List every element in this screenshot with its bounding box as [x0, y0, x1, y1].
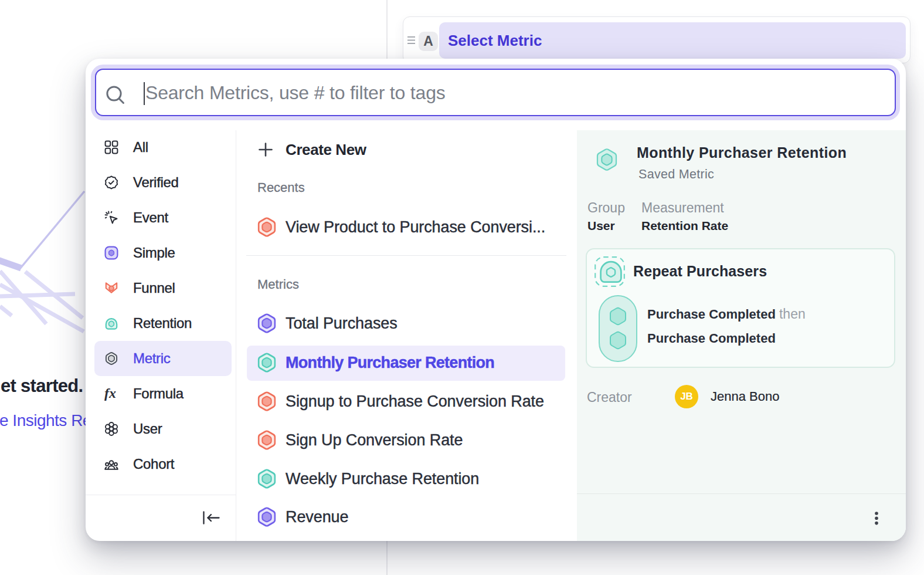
svg-text:fx: fx	[104, 387, 116, 401]
